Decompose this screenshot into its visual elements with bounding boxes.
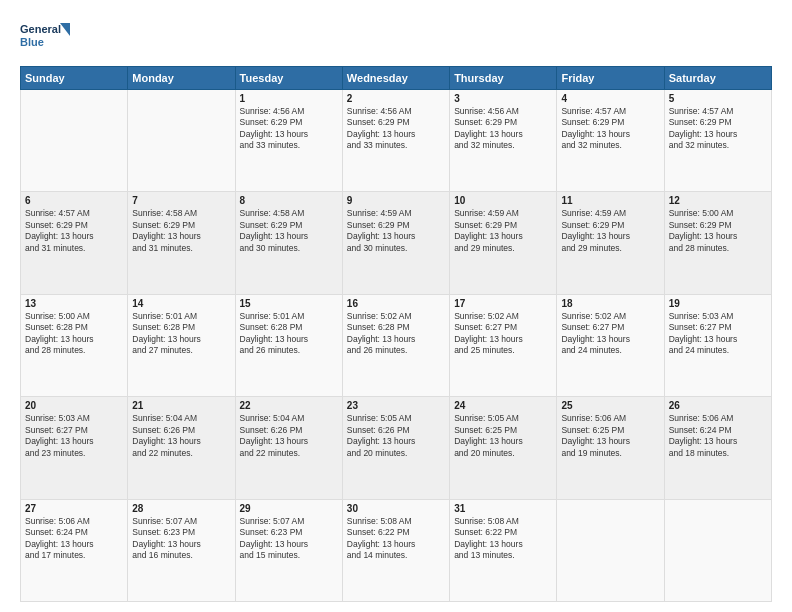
cell-info: Sunrise: 4:58 AMSunset: 6:29 PMDaylight:… [132,208,230,254]
week-row-5: 27Sunrise: 5:06 AMSunset: 6:24 PMDayligh… [21,499,772,601]
calendar-cell [557,499,664,601]
cell-info: Sunrise: 4:56 AMSunset: 6:29 PMDaylight:… [240,106,338,152]
cell-info: Sunrise: 5:04 AMSunset: 6:26 PMDaylight:… [132,413,230,459]
day-number: 20 [25,400,123,411]
cell-info: Sunrise: 4:56 AMSunset: 6:29 PMDaylight:… [454,106,552,152]
calendar-cell: 16Sunrise: 5:02 AMSunset: 6:28 PMDayligh… [342,294,449,396]
day-number: 2 [347,93,445,104]
calendar-cell: 28Sunrise: 5:07 AMSunset: 6:23 PMDayligh… [128,499,235,601]
calendar-cell: 20Sunrise: 5:03 AMSunset: 6:27 PMDayligh… [21,397,128,499]
calendar-cell: 19Sunrise: 5:03 AMSunset: 6:27 PMDayligh… [664,294,771,396]
calendar-cell: 12Sunrise: 5:00 AMSunset: 6:29 PMDayligh… [664,192,771,294]
svg-marker-2 [60,23,70,36]
logo-svg: General Blue [20,18,70,56]
calendar-cell: 2Sunrise: 4:56 AMSunset: 6:29 PMDaylight… [342,90,449,192]
day-number: 29 [240,503,338,514]
day-number: 14 [132,298,230,309]
logo: General Blue [20,18,70,56]
cell-info: Sunrise: 5:05 AMSunset: 6:25 PMDaylight:… [454,413,552,459]
weekday-thursday: Thursday [450,67,557,90]
weekday-header-row: SundayMondayTuesdayWednesdayThursdayFrid… [21,67,772,90]
day-number: 17 [454,298,552,309]
day-number: 18 [561,298,659,309]
cell-info: Sunrise: 4:59 AMSunset: 6:29 PMDaylight:… [347,208,445,254]
day-number: 30 [347,503,445,514]
day-number: 4 [561,93,659,104]
calendar-cell: 15Sunrise: 5:01 AMSunset: 6:28 PMDayligh… [235,294,342,396]
day-number: 21 [132,400,230,411]
day-number: 11 [561,195,659,206]
day-number: 10 [454,195,552,206]
day-number: 12 [669,195,767,206]
week-row-4: 20Sunrise: 5:03 AMSunset: 6:27 PMDayligh… [21,397,772,499]
calendar-cell: 25Sunrise: 5:06 AMSunset: 6:25 PMDayligh… [557,397,664,499]
cell-info: Sunrise: 4:57 AMSunset: 6:29 PMDaylight:… [25,208,123,254]
week-row-3: 13Sunrise: 5:00 AMSunset: 6:28 PMDayligh… [21,294,772,396]
weekday-saturday: Saturday [664,67,771,90]
calendar-cell: 1Sunrise: 4:56 AMSunset: 6:29 PMDaylight… [235,90,342,192]
calendar-cell: 7Sunrise: 4:58 AMSunset: 6:29 PMDaylight… [128,192,235,294]
calendar-table: SundayMondayTuesdayWednesdayThursdayFrid… [20,66,772,602]
cell-info: Sunrise: 5:07 AMSunset: 6:23 PMDaylight:… [240,516,338,562]
cell-info: Sunrise: 5:07 AMSunset: 6:23 PMDaylight:… [132,516,230,562]
calendar-cell: 31Sunrise: 5:08 AMSunset: 6:22 PMDayligh… [450,499,557,601]
cell-info: Sunrise: 5:03 AMSunset: 6:27 PMDaylight:… [669,311,767,357]
day-number: 5 [669,93,767,104]
day-number: 27 [25,503,123,514]
calendar-cell: 13Sunrise: 5:00 AMSunset: 6:28 PMDayligh… [21,294,128,396]
cell-info: Sunrise: 5:06 AMSunset: 6:24 PMDaylight:… [669,413,767,459]
cell-info: Sunrise: 5:08 AMSunset: 6:22 PMDaylight:… [347,516,445,562]
cell-info: Sunrise: 5:06 AMSunset: 6:25 PMDaylight:… [561,413,659,459]
day-number: 3 [454,93,552,104]
calendar-cell: 21Sunrise: 5:04 AMSunset: 6:26 PMDayligh… [128,397,235,499]
calendar-cell: 22Sunrise: 5:04 AMSunset: 6:26 PMDayligh… [235,397,342,499]
day-number: 26 [669,400,767,411]
calendar-cell: 24Sunrise: 5:05 AMSunset: 6:25 PMDayligh… [450,397,557,499]
day-number: 24 [454,400,552,411]
cell-info: Sunrise: 5:06 AMSunset: 6:24 PMDaylight:… [25,516,123,562]
day-number: 1 [240,93,338,104]
cell-info: Sunrise: 5:02 AMSunset: 6:27 PMDaylight:… [454,311,552,357]
cell-info: Sunrise: 5:04 AMSunset: 6:26 PMDaylight:… [240,413,338,459]
calendar-cell: 23Sunrise: 5:05 AMSunset: 6:26 PMDayligh… [342,397,449,499]
cell-info: Sunrise: 5:02 AMSunset: 6:27 PMDaylight:… [561,311,659,357]
cell-info: Sunrise: 4:59 AMSunset: 6:29 PMDaylight:… [454,208,552,254]
calendar-cell [21,90,128,192]
cell-info: Sunrise: 5:02 AMSunset: 6:28 PMDaylight:… [347,311,445,357]
calendar-cell: 14Sunrise: 5:01 AMSunset: 6:28 PMDayligh… [128,294,235,396]
cell-info: Sunrise: 5:03 AMSunset: 6:27 PMDaylight:… [25,413,123,459]
calendar-cell: 26Sunrise: 5:06 AMSunset: 6:24 PMDayligh… [664,397,771,499]
weekday-sunday: Sunday [21,67,128,90]
header: General Blue [20,18,772,56]
cell-info: Sunrise: 5:08 AMSunset: 6:22 PMDaylight:… [454,516,552,562]
calendar-cell: 9Sunrise: 4:59 AMSunset: 6:29 PMDaylight… [342,192,449,294]
day-number: 8 [240,195,338,206]
calendar-cell [664,499,771,601]
day-number: 16 [347,298,445,309]
day-number: 7 [132,195,230,206]
calendar-cell: 3Sunrise: 4:56 AMSunset: 6:29 PMDaylight… [450,90,557,192]
cell-info: Sunrise: 5:05 AMSunset: 6:26 PMDaylight:… [347,413,445,459]
day-number: 22 [240,400,338,411]
calendar-cell: 30Sunrise: 5:08 AMSunset: 6:22 PMDayligh… [342,499,449,601]
calendar-cell: 5Sunrise: 4:57 AMSunset: 6:29 PMDaylight… [664,90,771,192]
weekday-friday: Friday [557,67,664,90]
calendar-cell: 17Sunrise: 5:02 AMSunset: 6:27 PMDayligh… [450,294,557,396]
calendar-cell: 8Sunrise: 4:58 AMSunset: 6:29 PMDaylight… [235,192,342,294]
cell-info: Sunrise: 5:01 AMSunset: 6:28 PMDaylight:… [240,311,338,357]
calendar-cell: 6Sunrise: 4:57 AMSunset: 6:29 PMDaylight… [21,192,128,294]
day-number: 15 [240,298,338,309]
week-row-2: 6Sunrise: 4:57 AMSunset: 6:29 PMDaylight… [21,192,772,294]
cell-info: Sunrise: 4:57 AMSunset: 6:29 PMDaylight:… [669,106,767,152]
calendar-cell: 11Sunrise: 4:59 AMSunset: 6:29 PMDayligh… [557,192,664,294]
cell-info: Sunrise: 4:59 AMSunset: 6:29 PMDaylight:… [561,208,659,254]
svg-text:General: General [20,23,61,35]
svg-text:Blue: Blue [20,36,44,48]
cell-info: Sunrise: 5:00 AMSunset: 6:28 PMDaylight:… [25,311,123,357]
day-number: 23 [347,400,445,411]
cell-info: Sunrise: 4:58 AMSunset: 6:29 PMDaylight:… [240,208,338,254]
weekday-tuesday: Tuesday [235,67,342,90]
day-number: 19 [669,298,767,309]
week-row-1: 1Sunrise: 4:56 AMSunset: 6:29 PMDaylight… [21,90,772,192]
day-number: 25 [561,400,659,411]
